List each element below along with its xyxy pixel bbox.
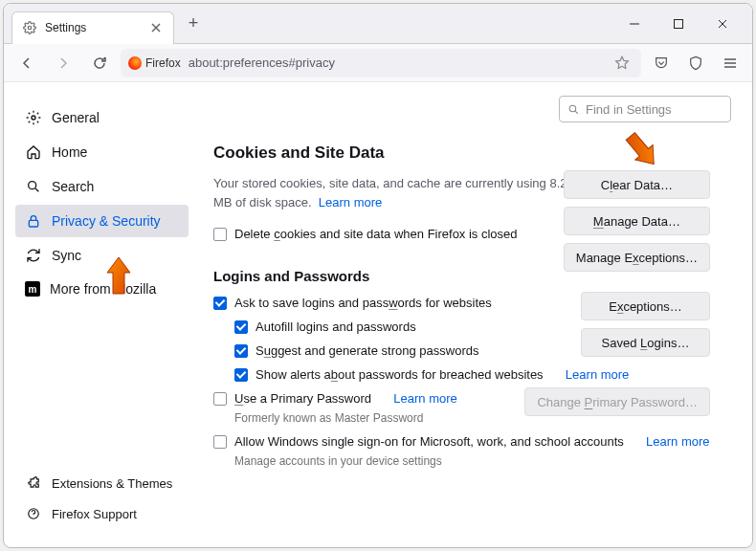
search-placeholder: Find in Settings bbox=[586, 102, 672, 117]
sidebar-item-home[interactable]: Home bbox=[15, 136, 189, 168]
svg-rect-1 bbox=[675, 19, 683, 28]
alerts-label: Show alerts about passwords for breached… bbox=[256, 367, 544, 382]
svg-rect-4 bbox=[29, 220, 37, 227]
firefox-logo-icon bbox=[128, 56, 142, 70]
sidebar-label: Sync bbox=[52, 248, 81, 263]
sync-icon bbox=[25, 247, 42, 264]
settings-search-input[interactable]: Find in Settings bbox=[559, 96, 731, 122]
help-icon bbox=[25, 505, 42, 522]
sidebar-label: Privacy & Security bbox=[52, 213, 161, 229]
learn-more-link[interactable]: Learn more bbox=[319, 195, 382, 209]
url-text: about:preferences#privacy bbox=[189, 55, 335, 70]
firefox-badge: Firefox bbox=[128, 56, 181, 70]
sidebar-label: Home bbox=[52, 144, 87, 160]
maximize-button[interactable] bbox=[656, 9, 700, 39]
manage-data-button[interactable]: Manage Data… bbox=[564, 207, 710, 235]
sidebar-item-general[interactable]: General bbox=[15, 101, 189, 134]
sidebar-label: Search bbox=[52, 179, 94, 194]
delete-cookies-label: Delete cookies and site data when Firefo… bbox=[234, 227, 518, 241]
manage-exceptions-button[interactable]: Manage Exceptions… bbox=[564, 243, 710, 272]
forward-button[interactable] bbox=[48, 48, 78, 78]
menu-icon[interactable] bbox=[716, 49, 745, 77]
clear-data-button[interactable]: Clear Data… bbox=[564, 170, 710, 199]
svg-point-2 bbox=[32, 116, 35, 120]
reload-button[interactable] bbox=[84, 48, 115, 78]
svg-point-6 bbox=[569, 105, 576, 112]
change-primary-button: Change Primary Password… bbox=[524, 387, 710, 416]
primary-password-checkbox[interactable] bbox=[213, 392, 227, 406]
puzzle-icon bbox=[25, 474, 42, 492]
settings-icon bbox=[22, 20, 37, 35]
primary-password-label: Use a Primary Password bbox=[234, 391, 371, 406]
shield-icon[interactable] bbox=[681, 49, 710, 77]
sidebar-label: More from Mozilla bbox=[50, 281, 156, 297]
sidebar: General Home Search Privacy & Security S… bbox=[4, 82, 200, 547]
titlebar: Settings + bbox=[4, 4, 752, 44]
close-window-button[interactable] bbox=[700, 9, 745, 39]
delete-cookies-checkbox[interactable] bbox=[213, 228, 227, 241]
autofill-checkbox[interactable] bbox=[234, 320, 248, 334]
mozilla-icon: m bbox=[25, 281, 40, 297]
brand-text: Firefox bbox=[145, 56, 181, 70]
sso-label: Allow Windows single sign-on for Microso… bbox=[234, 434, 624, 449]
sidebar-label: Firefox Support bbox=[52, 507, 137, 521]
home-icon bbox=[25, 143, 42, 161]
alerts-checkbox[interactable] bbox=[234, 368, 248, 382]
pocket-icon[interactable] bbox=[647, 49, 676, 77]
tab-title: Settings bbox=[45, 21, 141, 34]
sidebar-item-sync[interactable]: Sync bbox=[15, 239, 189, 272]
toolbar: Firefox about:preferences#privacy bbox=[4, 44, 752, 82]
sso-checkbox[interactable] bbox=[213, 435, 227, 449]
main-panel: Find in Settings Cookies and Site Data Y… bbox=[200, 82, 752, 547]
logins-exceptions-button[interactable]: Exceptions… bbox=[581, 292, 710, 320]
gear-icon bbox=[25, 109, 42, 126]
cookies-description: Your stored cookies, site data, and cach… bbox=[213, 174, 577, 211]
sidebar-extensions[interactable]: Extensions & Themes bbox=[15, 469, 189, 497]
sidebar-item-mozilla[interactable]: m More from Mozilla bbox=[15, 274, 189, 304]
sidebar-label: Extensions & Themes bbox=[52, 476, 172, 491]
suggest-checkbox[interactable] bbox=[234, 344, 248, 358]
bookmark-star-icon[interactable] bbox=[611, 55, 634, 71]
svg-point-0 bbox=[28, 26, 32, 30]
ask-save-label: Ask to save logins and passwords for web… bbox=[234, 296, 492, 310]
sso-learn-more-link[interactable]: Learn more bbox=[646, 434, 709, 449]
minimize-button[interactable] bbox=[612, 9, 656, 39]
cookies-heading: Cookies and Site Data bbox=[213, 143, 731, 163]
saved-logins-button[interactable]: Saved Logins… bbox=[581, 328, 710, 357]
search-icon bbox=[25, 178, 42, 195]
primary-learn-more-link[interactable]: Learn more bbox=[393, 391, 456, 406]
svg-point-3 bbox=[29, 182, 36, 189]
autofill-label: Autofill logins and passwords bbox=[256, 320, 416, 334]
suggest-label: Suggest and generate strong passwords bbox=[256, 343, 478, 358]
ask-save-checkbox[interactable] bbox=[213, 297, 227, 310]
sidebar-label: General bbox=[52, 110, 100, 125]
address-bar[interactable]: Firefox about:preferences#privacy bbox=[121, 49, 641, 77]
sso-note: Manage accounts in your device settings bbox=[234, 454, 731, 468]
close-tab-icon[interactable] bbox=[148, 20, 164, 35]
new-tab-button[interactable]: + bbox=[180, 11, 207, 37]
sidebar-item-search[interactable]: Search bbox=[15, 170, 189, 203]
sidebar-item-privacy[interactable]: Privacy & Security bbox=[15, 205, 189, 237]
sidebar-support[interactable]: Firefox Support bbox=[15, 499, 189, 528]
search-icon bbox=[567, 103, 580, 116]
back-button[interactable] bbox=[11, 48, 42, 78]
lock-icon bbox=[25, 212, 42, 230]
alerts-learn-more-link[interactable]: Learn more bbox=[566, 367, 629, 382]
browser-tab[interactable]: Settings bbox=[11, 11, 174, 44]
